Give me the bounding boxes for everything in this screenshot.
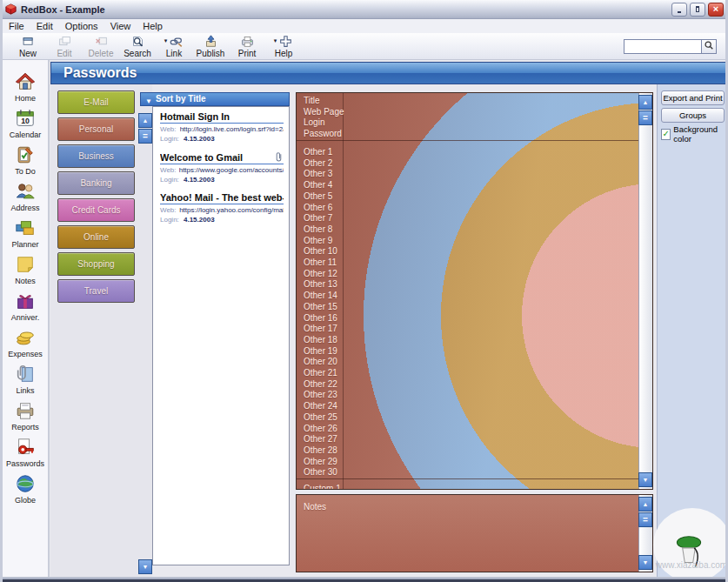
form-scroll-up-button[interactable]: ▲ xyxy=(638,95,652,110)
new-toolbar-button[interactable]: New xyxy=(10,35,46,58)
web-label: Web: xyxy=(160,206,179,214)
web-value: https://login.yahoo.com/config/mail?.int… xyxy=(179,206,284,214)
menu-item-edit[interactable]: Edit xyxy=(30,21,59,31)
menu-item-view[interactable]: View xyxy=(104,21,137,31)
planner-icon xyxy=(14,217,37,238)
scroll-home-icon: = xyxy=(643,516,648,525)
notes-scroll-up-button[interactable]: ▲ xyxy=(638,497,652,512)
maximize-button[interactable] xyxy=(690,3,705,17)
page-title: Passwords xyxy=(50,62,728,84)
field-label-login: Login xyxy=(304,117,324,127)
sidebar-item-anniver[interactable]: Anniver. xyxy=(3,291,48,322)
category-button-banking[interactable]: Banking xyxy=(57,171,135,195)
form-scroll-home-button[interactable]: = xyxy=(638,110,652,125)
field-label-other-14: Other 14 xyxy=(304,291,337,300)
menu-item-file[interactable]: File xyxy=(3,21,30,31)
search-input[interactable] xyxy=(624,39,702,54)
field-label-other-22: Other 22 xyxy=(304,379,337,389)
groups-button[interactable]: Groups xyxy=(661,108,725,123)
new-icon xyxy=(21,35,36,48)
help-toolbar-button[interactable]: ▾Help xyxy=(265,35,302,58)
field-label-other-12: Other 12 xyxy=(304,269,337,278)
form-scroll-track[interactable]: ▲ = ▼ xyxy=(638,93,652,489)
field-label-other-23: Other 23 xyxy=(304,390,337,399)
menu-item-options[interactable]: Options xyxy=(59,21,104,31)
category-button-creditcards[interactable]: Credit Cards xyxy=(57,198,135,222)
field-label-other-2: Other 2 xyxy=(304,158,332,168)
delete-toolbar-button: Delete xyxy=(83,35,119,58)
passwords-icon xyxy=(14,437,37,458)
print-toolbar-button[interactable]: Print xyxy=(229,35,265,58)
password-detail-panel: TitleWeb PageLoginPasswordOther 1Other 2… xyxy=(296,92,653,490)
list-item[interactable]: Yahoo! Mail - The best web-bas...Web:htt… xyxy=(160,192,284,224)
sidebar-item-links[interactable]: Links xyxy=(3,364,48,395)
entry-web-row: Web:https://www.google.com/accounts/Serv… xyxy=(160,166,284,174)
menu-item-help[interactable]: Help xyxy=(137,21,169,31)
export-and-print-button[interactable]: Export and Print xyxy=(661,90,725,105)
sidebar-item-planner[interactable]: Planner xyxy=(3,217,48,249)
login-value: 4.15.2003 xyxy=(184,135,215,143)
category-button-travel[interactable]: Travel xyxy=(57,279,135,303)
entries-list-panel: ▼ Sort by Title ▲ = ▼ Hotmail Sign InWeb… xyxy=(138,92,290,574)
field-label-other-30: Other 30 xyxy=(304,467,337,477)
notes-scroll-down-button[interactable]: ▼ xyxy=(638,555,652,570)
scroll-home-icon: = xyxy=(643,114,648,123)
category-button-shopping[interactable]: Shopping xyxy=(57,252,135,276)
list-item[interactable]: Hotmail Sign InWeb:http://login.live.com… xyxy=(160,111,284,143)
sort-header[interactable]: ▼ Sort by Title xyxy=(140,92,290,106)
category-button-online[interactable]: Online xyxy=(57,225,135,249)
sidebar-item-globe[interactable]: Globe xyxy=(3,473,48,505)
list-scroll-down-button[interactable]: ▼ xyxy=(138,559,152,574)
sidebar-item-address[interactable]: Address xyxy=(3,181,48,212)
search-toolbar-button[interactable]: Search xyxy=(119,35,156,58)
category-button-personal[interactable]: Personal xyxy=(57,117,135,141)
field-label-other-20: Other 20 xyxy=(304,357,337,366)
expenses-icon xyxy=(14,327,37,348)
login-label: Login: xyxy=(160,135,184,143)
sidebar-item-passwords[interactable]: Passwords xyxy=(3,437,48,468)
sidebar-item-label: Reports xyxy=(3,423,48,431)
address-icon xyxy=(14,181,37,202)
field-label-other-18: Other 18 xyxy=(304,335,337,345)
category-button-email[interactable]: E-Mail xyxy=(57,90,135,114)
sidebar-item-label: To Do xyxy=(3,167,48,176)
app-icon xyxy=(4,3,17,16)
sort-dropdown-icon: ▼ xyxy=(145,96,152,108)
list-scroll-up-button[interactable]: ▲ xyxy=(138,113,152,128)
field-label-other-5: Other 5 xyxy=(304,191,332,201)
list-scroll-home-button[interactable]: = xyxy=(138,129,152,144)
globe-icon xyxy=(14,473,37,494)
field-label-other-9: Other 9 xyxy=(304,236,332,245)
field-label-other-10: Other 10 xyxy=(304,246,337,256)
close-button[interactable]: × xyxy=(708,3,724,17)
sidebar-item-expenses[interactable]: Expenses xyxy=(3,327,48,358)
edit-toolbar-button: Edit xyxy=(46,35,83,58)
search-icon xyxy=(130,35,145,48)
background-color-option[interactable]: ✓ Background color xyxy=(661,124,728,144)
minimize-icon xyxy=(678,11,681,13)
background-color-checkbox[interactable]: ✓ xyxy=(661,129,671,140)
sidebar-item-notes[interactable]: Notes xyxy=(3,254,48,285)
minimize-button[interactable] xyxy=(671,3,687,17)
sidebar-item-label: Notes xyxy=(3,277,48,285)
field-separator xyxy=(297,140,639,141)
toolbar-buttons: NewEditDeleteSearch▾LinkPublishPrint▾Hel… xyxy=(3,33,725,59)
toolbar-button-label: Search xyxy=(124,49,151,58)
toolbar-button-label: Print xyxy=(238,49,257,58)
publish-toolbar-button[interactable]: Publish xyxy=(192,35,229,58)
list-item[interactable]: Welcome to GmailWeb:https://www.google.c… xyxy=(160,151,284,184)
sidebar-item-calendar[interactable]: 10Calendar xyxy=(3,108,48,139)
notes-scroll-home-button[interactable]: = xyxy=(638,512,652,527)
field-label-other-13: Other 13 xyxy=(304,279,337,289)
link-toolbar-button[interactable]: ▾Link xyxy=(156,35,192,58)
form-scroll-down-button[interactable]: ▼ xyxy=(638,472,652,487)
sidebar-item-home[interactable]: Home xyxy=(3,71,48,103)
field-label-other-24: Other 24 xyxy=(304,401,337,411)
notes-scroll-track[interactable]: ▲ = ▼ xyxy=(638,495,652,572)
category-button-business[interactable]: Business xyxy=(57,144,135,168)
sidebar-item-todo[interactable]: To Do xyxy=(3,144,48,176)
notes-panel[interactable]: Notes ▲ = ▼ xyxy=(296,494,653,572)
sidebar-item-label: Calendar xyxy=(3,130,48,139)
sidebar-item-reports[interactable]: Reports xyxy=(3,400,48,431)
search-go-button[interactable] xyxy=(702,39,717,54)
